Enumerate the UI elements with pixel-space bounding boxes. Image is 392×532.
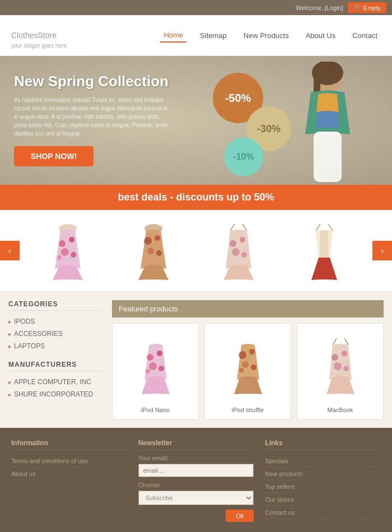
footer-links-col: Links Specials New products Top sellers … <box>265 439 381 522</box>
footer-newsletter-title: Newsletter <box>138 439 254 450</box>
svg-point-33 <box>239 368 244 372</box>
svg-point-29 <box>239 351 246 359</box>
deals-text: best deals - discounts up to 50% <box>118 192 274 203</box>
product-name-1: iPod Nano <box>118 407 193 413</box>
logo: ClothesStore your slogan goes here <box>11 22 67 49</box>
hero-description: As habitant himenaeos massa! Turpis ex, … <box>14 96 171 138</box>
sidebar: CATEGORIES IPODS ACCESSORIES LAPTOPS MAN… <box>8 300 104 419</box>
svg-point-36 <box>332 354 338 361</box>
logo-main: ClothesStore <box>11 22 67 43</box>
footer-subscribe-select[interactable]: Subscribe <box>138 491 254 505</box>
svg-point-24 <box>147 354 153 361</box>
product-name-2: iPod shuffle <box>211 407 285 413</box>
svg-point-30 <box>249 349 255 354</box>
svg-point-32 <box>251 365 256 370</box>
hero-content: New Spring Collection As habitant himena… <box>0 56 392 183</box>
nav-sitemap[interactable]: Sitemap <box>197 29 230 42</box>
welcome-text: Welcome, [Login] <box>296 4 343 11</box>
nav-contact[interactable]: Contact <box>349 29 381 42</box>
cart-label: Empty <box>363 4 381 11</box>
svg-point-7 <box>61 248 69 256</box>
footer-email-input[interactable] <box>138 464 254 477</box>
product-card-1[interactable]: iPod Nano <box>112 323 199 419</box>
svg-point-38 <box>334 362 342 370</box>
nav-about[interactable]: About Us <box>302 29 339 42</box>
footer-terms-link[interactable]: Terms and conditions of use <box>11 455 127 468</box>
hero-title: New Spring Collection <box>14 73 378 90</box>
footer-choose-label: Choose: <box>138 482 254 488</box>
footer-new-products-link[interactable]: New products <box>265 468 381 480</box>
cart-button[interactable]: 🛒 Empty <box>348 2 386 13</box>
svg-line-22 <box>328 224 333 231</box>
footer-our-stores-link[interactable]: Our stores <box>265 493 381 506</box>
featured-grid: iPod Nano iPod shuffle <box>112 323 384 419</box>
svg-point-28 <box>146 369 150 374</box>
nav-home[interactable]: Home <box>160 29 186 43</box>
categories-title: CATEGORIES <box>8 300 104 311</box>
main-content: CATEGORIES IPODS ACCESSORIES LAPTOPS MAN… <box>0 292 392 428</box>
svg-point-20 <box>241 252 247 258</box>
svg-point-17 <box>230 240 236 247</box>
svg-point-37 <box>342 351 347 356</box>
footer-info-col: Information Terms and conditions of use … <box>11 439 127 522</box>
footer-info-title: Information <box>11 439 127 450</box>
svg-line-34 <box>333 338 337 345</box>
svg-point-8 <box>71 252 76 258</box>
slider-item <box>288 218 361 283</box>
svg-point-9 <box>57 255 62 260</box>
slider-item <box>117 218 190 283</box>
slider-next-button[interactable]: › <box>372 241 392 260</box>
footer: Information Terms and conditions of use … <box>0 428 392 532</box>
sidebar-item-accessories[interactable]: ACCESSORIES <box>8 328 104 340</box>
svg-point-19 <box>232 248 240 256</box>
manufacturers-section: MANUFACTURERS APPLE COMPUTER, INC SHURE … <box>8 361 104 400</box>
slider-items <box>20 218 372 283</box>
svg-point-31 <box>242 361 249 368</box>
logo-tagline: your slogan goes here <box>11 43 67 49</box>
footer-email-label: Your email: <box>138 455 254 461</box>
product-card-2[interactable]: iPod shuffle <box>204 323 291 419</box>
svg-point-14 <box>156 250 162 256</box>
product-slider: ‹ <box>0 210 392 292</box>
footer-about-link[interactable]: About us <box>11 468 127 480</box>
sidebar-item-shure[interactable]: SHURE INCORPORATED <box>8 388 104 400</box>
featured-header: Featured products <box>112 300 384 318</box>
sidebar-item-apple[interactable]: APPLE COMPUTER, INC <box>8 376 104 388</box>
svg-line-16 <box>242 224 247 231</box>
main-nav: Home Sitemap New Products About Us Conta… <box>160 29 381 43</box>
svg-point-13 <box>147 248 154 254</box>
product-name-3: MacBook <box>303 407 377 413</box>
footer-newsletter-col: Newsletter Your email: Choose: Subscribe… <box>138 439 254 522</box>
slider-item <box>202 218 275 283</box>
manufacturers-title: MANUFACTURERS <box>8 361 104 371</box>
svg-point-11 <box>144 237 152 245</box>
product-image-1 <box>118 329 193 402</box>
svg-point-6 <box>69 237 74 242</box>
featured-products: Featured products iPod Nano <box>112 300 384 419</box>
footer-links-title: Links <box>265 439 381 450</box>
footer-top-sellers-link[interactable]: Top sellers <box>265 480 381 493</box>
svg-rect-23 <box>320 231 328 258</box>
slider-item <box>31 218 104 283</box>
svg-line-21 <box>316 224 320 231</box>
svg-line-35 <box>344 338 348 345</box>
svg-line-15 <box>230 224 235 231</box>
svg-point-25 <box>157 351 162 356</box>
footer-contact-link[interactable]: Contact us <box>265 506 381 519</box>
sidebar-item-laptops[interactable]: LAPTOPS <box>8 340 104 352</box>
footer-ok-button[interactable]: Ok <box>226 510 254 522</box>
svg-point-5 <box>59 240 66 247</box>
top-bar: Welcome, [Login] 🛒 Empty <box>0 0 392 15</box>
shop-now-button[interactable]: SHOP NOW! <box>14 146 94 166</box>
deals-banner: best deals - discounts up to 50% <box>0 185 392 210</box>
footer-specials-link[interactable]: Specials <box>265 455 381 468</box>
sidebar-item-ipods[interactable]: IPODS <box>8 315 104 328</box>
product-image-3 <box>303 329 377 402</box>
svg-point-27 <box>158 366 164 371</box>
svg-point-18 <box>240 237 245 242</box>
slider-prev-button[interactable]: ‹ <box>0 241 20 260</box>
svg-point-39 <box>343 366 349 371</box>
nav-new-products[interactable]: New Products <box>240 29 292 42</box>
cart-icon: 🛒 <box>353 4 361 11</box>
product-card-3[interactable]: MacBook <box>297 323 384 419</box>
